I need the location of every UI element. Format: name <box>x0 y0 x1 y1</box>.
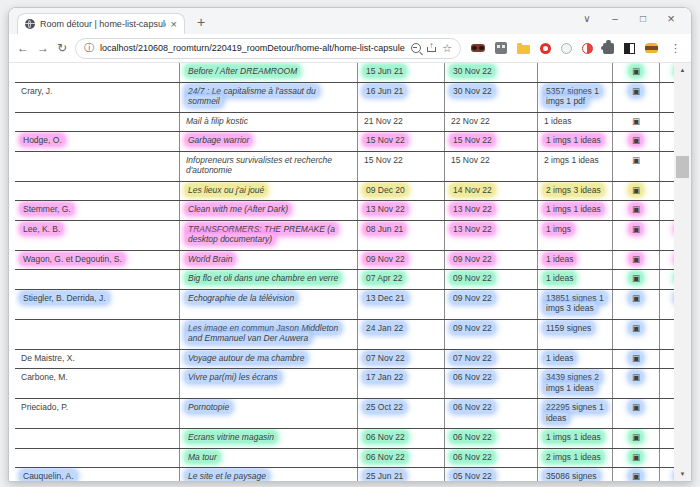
title-text: Before / After DREAMROOM <box>186 66 299 76</box>
tab-close-icon[interactable]: × <box>171 19 177 29</box>
folder-extension-icon[interactable] <box>517 45 530 54</box>
split-icon-cell[interactable]: ⊟ <box>660 270 675 290</box>
card-icon[interactable]: ▣ <box>630 204 642 214</box>
red-o-extension-icon[interactable] <box>540 43 551 54</box>
minimize-button[interactable]: – <box>601 9 629 29</box>
card-icon-cell[interactable]: ▣ <box>613 181 660 201</box>
card-icon[interactable]: ▣ <box>630 66 642 76</box>
card-icon[interactable]: ▣ <box>630 135 642 145</box>
card-icon[interactable]: ▣ <box>630 254 642 264</box>
card-icon-cell[interactable]: ▣ <box>613 468 660 482</box>
card-icon[interactable]: ▣ <box>632 155 640 165</box>
card-icon[interactable]: ▣ <box>630 432 642 442</box>
card-icon[interactable]: ▣ <box>630 273 642 283</box>
split-icon-cell[interactable] <box>660 112 675 132</box>
url-text[interactable]: localhost/210608_roomturn/220419_roomDet… <box>100 43 405 53</box>
card-icon-cell[interactable]: ▣ <box>613 250 660 270</box>
new-tab-button[interactable]: + <box>197 14 205 30</box>
date-modified-cell: 14 Nov 22 <box>445 181 538 201</box>
card-icon-cell[interactable]: ▣ <box>613 319 660 349</box>
scrollbar-thumb[interactable] <box>676 156 689 178</box>
table-row: Crary, J.24/7 : Le capitalisme à l'assau… <box>15 82 674 112</box>
date-modified-cell: 13 Nov 22 <box>445 220 538 250</box>
bookmark-star-icon[interactable]: ☆ <box>442 43 452 54</box>
card-icon-cell[interactable]: ▣ <box>613 429 660 449</box>
date-modified-cell: 05 Nov 22 <box>445 468 538 482</box>
split-icon-cell[interactable] <box>660 132 675 152</box>
close-button[interactable]: × <box>657 9 685 29</box>
page-content: Before / After DREAMROOM15 Jun 2130 Nov … <box>9 63 691 481</box>
split-icon-cell[interactable]: ⊟ <box>660 250 675 270</box>
card-icon[interactable]: ▣ <box>630 353 642 363</box>
circle-extension-icon[interactable] <box>561 43 572 54</box>
browser-tab[interactable]: Room détour | home-list-capsule × <box>17 13 185 34</box>
card-icon-cell[interactable]: ▣ <box>613 399 660 429</box>
card-icon-cell[interactable]: ▣ <box>613 63 660 82</box>
browser-menu-icon[interactable]: ⋮ <box>668 42 683 55</box>
card-icon-cell[interactable]: ▣ <box>613 112 660 132</box>
dark-reader-extension-icon[interactable] <box>582 43 593 54</box>
split-icon-cell[interactable]: ⊟ <box>660 220 675 250</box>
extensions-puzzle-icon[interactable] <box>603 43 614 54</box>
reload-icon[interactable]: ↻ <box>57 42 67 54</box>
split-icon-cell[interactable] <box>660 369 675 399</box>
date-created-text: 06 Nov 22 <box>364 432 407 442</box>
split-icon-cell[interactable] <box>660 429 675 449</box>
info-cell: 2 imgs 1 ideas <box>538 151 613 181</box>
card-icon[interactable]: ▣ <box>630 452 642 462</box>
maximize-button[interactable]: □ <box>629 9 657 29</box>
vertical-scrollbar[interactable]: ▲ ▼ <box>674 63 691 481</box>
card-icon[interactable]: ▣ <box>630 402 642 412</box>
address-bar[interactable]: ⓘ localhost/210608_roomturn/220419_roomD… <box>75 38 461 59</box>
tampermonkey-extension-icon[interactable] <box>495 42 507 54</box>
card-icon[interactable]: ▣ <box>630 293 642 303</box>
split-icon-cell[interactable] <box>660 201 675 221</box>
info-cell: 1 ideas <box>538 349 613 369</box>
split-icon-cell[interactable] <box>660 181 675 201</box>
split-icon-cell[interactable] <box>660 349 675 369</box>
card-icon[interactable]: ▣ <box>630 323 642 333</box>
share-icon[interactable] <box>427 44 436 52</box>
card-icon[interactable]: ▣ <box>630 372 642 382</box>
scrollbar-down-icon[interactable]: ▼ <box>674 467 691 481</box>
split-icon-cell[interactable] <box>660 151 675 181</box>
card-icon-cell[interactable]: ▣ <box>613 220 660 250</box>
page-info-icon[interactable]: ⓘ <box>84 43 94 53</box>
date-modified-text: 14 Nov 22 <box>451 185 494 195</box>
date-created-cell: 07 Apr 22 <box>358 270 445 290</box>
zoom-icon[interactable] <box>411 43 421 53</box>
date-created-text: 15 Nov 22 <box>364 155 403 165</box>
glasses-extension-icon[interactable] <box>471 44 485 52</box>
info-cell: 1159 signes <box>538 319 613 349</box>
card-icon[interactable]: ▣ <box>630 185 642 195</box>
scrollbar-up-icon[interactable]: ▲ <box>674 63 691 77</box>
card-icon-cell[interactable]: ▣ <box>613 82 660 112</box>
back-icon[interactable]: ← <box>17 42 29 54</box>
tab-search-chevron-icon[interactable]: ∨ <box>573 9 601 29</box>
date-created-cell: 25 Jun 21 <box>358 468 445 482</box>
card-icon[interactable]: ▣ <box>632 116 640 126</box>
theme-extension-icon[interactable] <box>624 43 635 54</box>
split-icon-cell[interactable]: ⊟ <box>660 289 675 319</box>
split-icon-cell[interactable]: ⊟ <box>660 63 675 82</box>
card-icon-cell[interactable]: ▣ <box>613 270 660 290</box>
card-icon[interactable]: ▣ <box>630 471 642 481</box>
card-icon-cell[interactable]: ▣ <box>613 151 660 181</box>
split-icon-cell[interactable] <box>660 448 675 468</box>
split-icon-cell[interactable] <box>660 319 675 349</box>
card-icon-cell[interactable]: ▣ <box>613 201 660 221</box>
split-icon-cell[interactable]: ⊟ <box>660 468 675 482</box>
card-icon-cell[interactable]: ▣ <box>613 132 660 152</box>
card-icon-cell[interactable]: ▣ <box>613 448 660 468</box>
card-icon[interactable]: ▣ <box>630 86 642 96</box>
date-created-cell: 15 Nov 22 <box>358 132 445 152</box>
date-modified-cell: 09 Nov 22 <box>445 289 538 319</box>
burger-extension-icon[interactable] <box>645 43 658 53</box>
split-icon-cell[interactable] <box>660 82 675 112</box>
card-icon-cell[interactable]: ▣ <box>613 349 660 369</box>
card-icon-cell[interactable]: ▣ <box>613 369 660 399</box>
forward-icon[interactable]: → <box>37 42 49 54</box>
card-icon[interactable]: ▣ <box>630 224 642 234</box>
split-icon-cell[interactable] <box>660 399 675 429</box>
card-icon-cell[interactable]: ▣ <box>613 289 660 319</box>
